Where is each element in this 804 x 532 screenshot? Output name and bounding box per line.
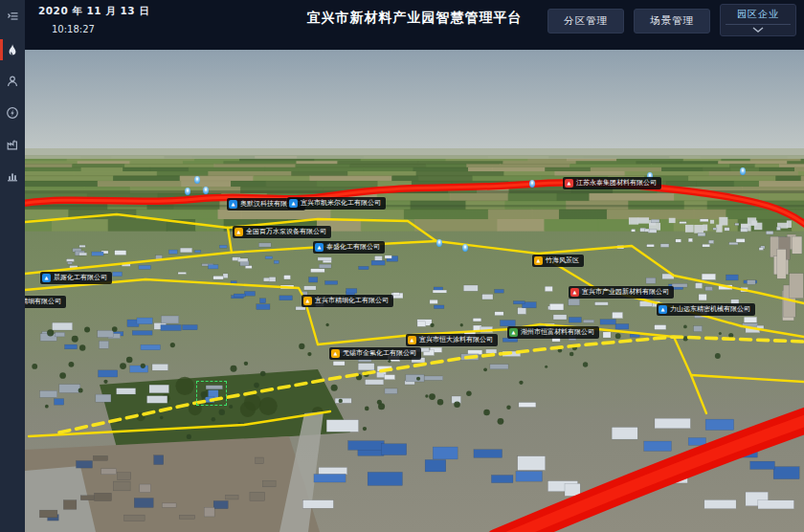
sidebar-item-energy[interactable]	[0, 103, 25, 122]
company-label[interactable]: ▲ 湖州市恒富材料有限公司	[507, 326, 599, 339]
company-label[interactable]: ▲ 宜兴市凯米尔化工有限公司	[287, 197, 386, 210]
dropdown-label: 园区企业	[737, 8, 779, 24]
company-category-icon: ▲	[234, 228, 243, 236]
company-label-text: 竹海风景区	[546, 257, 579, 264]
company-label-text: 宜兴市产业园新材料有限公司	[582, 289, 669, 296]
company-category-icon: ▲	[565, 179, 573, 188]
company-category-icon: ▲	[534, 256, 543, 265]
company-label-text: 宜兴市精细化工有限公司	[315, 298, 389, 304]
company-category-icon: ▲	[42, 274, 51, 282]
sidebar-item-personnel[interactable]	[0, 72, 25, 91]
sidebar-item-enterprise[interactable]	[0, 135, 25, 154]
map-viewport[interactable]: ▲ 奥默汉科技有限公司 ▲ 宜兴市凯米尔化工有限公司 ▲ 全国百万水泵设备有限公…	[25, 50, 804, 532]
company-category-icon: ▲	[570, 288, 579, 297]
chevron-down-icon	[752, 27, 764, 33]
company-label-text: 宜兴市恒大涂料有限公司	[419, 337, 493, 344]
company-category-icon: ▲	[659, 305, 667, 314]
company-label[interactable]: ▲ 泰盛化工有限公司	[313, 241, 385, 254]
header-bar: 2020 年 11 月 13 日 10:18:27 宜兴市新材料产业园智慧管理平…	[25, 0, 804, 50]
selection-box	[196, 381, 227, 406]
app-window: 2020 年 11 月 13 日 10:18:27 宜兴市新材料产业园智慧管理平…	[0, 0, 804, 532]
company-label[interactable]: ▲ 江苏永泰集团材料有限公司	[563, 177, 661, 189]
company-label[interactable]: ▲ 全国百万水泵设备有限公司	[233, 226, 331, 238]
company-label[interactable]: ▲ 晨露化工有限公司	[40, 272, 112, 284]
flame-icon	[6, 43, 19, 57]
date-text: 2020 年 11 月 13 日	[38, 5, 149, 18]
menu-icon	[6, 10, 20, 23]
company-label-text: 晨露化工有限公司	[54, 275, 107, 281]
sidebar	[0, 0, 25, 532]
company-label[interactable]: ▲ 宜兴市恒大涂料有限公司	[406, 334, 498, 346]
company-label-text: 兴市恒兴精细有限公司	[25, 299, 61, 305]
page-title: 宜兴市新材料产业园智慧管理平台	[307, 10, 523, 27]
company-category-icon: ▲	[315, 243, 324, 252]
datetime-block: 2020 年 11 月 13 日 10:18:27	[38, 5, 149, 34]
company-category-icon: ▲	[509, 328, 518, 337]
zone-management-button[interactable]: 分区管理	[547, 9, 624, 33]
company-category-icon: ▲	[408, 336, 416, 344]
scene-management-button[interactable]: 场景管理	[634, 9, 710, 33]
park-enterprises-dropdown[interactable]: 园区企业	[720, 4, 796, 36]
factory-icon	[6, 138, 19, 151]
user-icon	[6, 75, 19, 88]
company-label-text: 湖州市恒富材料有限公司	[521, 329, 594, 336]
company-category-icon: ▲	[229, 200, 237, 209]
company-label-text: 江苏永泰集团材料有限公司	[576, 180, 657, 187]
company-label-text: 无锡市金氟化工有限公司	[343, 350, 416, 357]
map-3d-scene	[25, 50, 804, 532]
company-label[interactable]: ▲ 兴市恒兴精细有限公司	[25, 296, 66, 308]
sidebar-item-fire-monitor[interactable]	[0, 40, 25, 59]
company-category-icon: ▲	[331, 349, 340, 358]
bar-chart-icon	[6, 169, 19, 183]
company-label-text: 力山远东精密机械有限公司	[670, 306, 750, 313]
time-text: 10:18:27	[52, 24, 149, 34]
company-label[interactable]: ▲ 力山远东精密机械有限公司	[657, 303, 755, 316]
company-label[interactable]: ▲ 竹海风景区	[532, 255, 584, 267]
company-label-text: 宜兴市凯米尔化工有限公司	[301, 200, 381, 207]
company-label-text: 全国百万水泵设备有限公司	[246, 229, 326, 235]
header-actions: 分区管理 场景管理 园区企业	[547, 4, 796, 36]
company-label[interactable]: ▲ 无锡市金氟化工有限公司	[329, 347, 421, 360]
power-icon	[6, 106, 19, 120]
company-label[interactable]: ▲ 宜兴市精细化工有限公司	[302, 295, 393, 307]
sidebar-item-menu[interactable]	[0, 7, 25, 26]
company-label-text: 泰盛化工有限公司	[326, 244, 380, 251]
dropdown-divider	[726, 24, 792, 25]
company-category-icon: ▲	[289, 199, 298, 208]
sidebar-item-statistics[interactable]	[0, 166, 25, 186]
company-category-icon: ▲	[303, 297, 312, 305]
company-label[interactable]: ▲ 宜兴市产业园新材料有限公司	[569, 286, 674, 299]
